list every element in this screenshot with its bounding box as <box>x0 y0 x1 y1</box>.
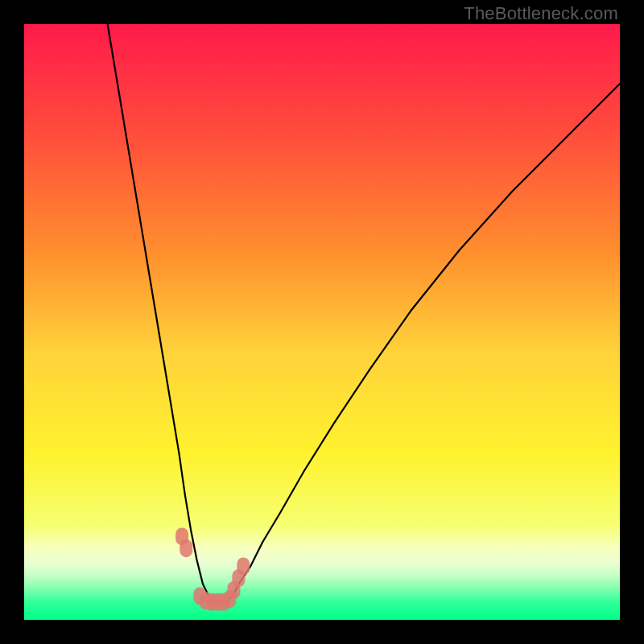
watermark-text: TheBottleneck.com <box>464 3 618 24</box>
curve-layer <box>24 24 620 620</box>
bottleneck-curve <box>108 24 620 602</box>
highlight-markers <box>175 527 250 610</box>
plot-area <box>24 24 620 620</box>
highlight-marker <box>237 557 250 575</box>
chart-frame: TheBottleneck.com <box>0 0 644 644</box>
highlight-marker <box>180 539 192 557</box>
